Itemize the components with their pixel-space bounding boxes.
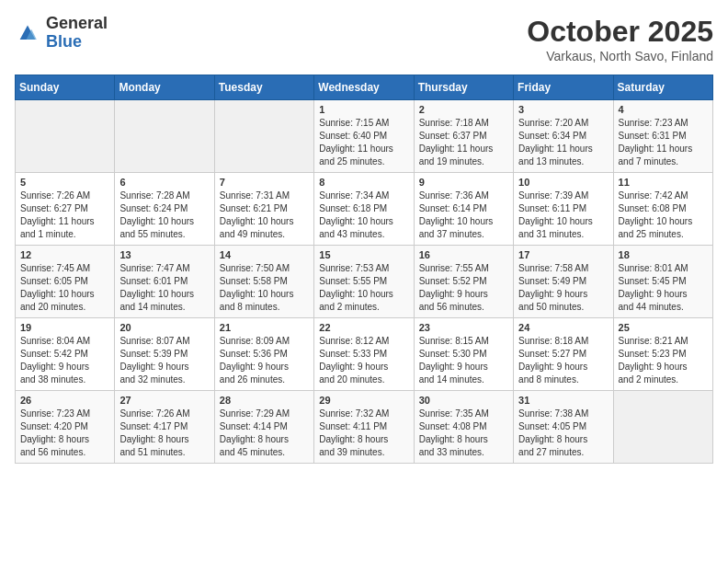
calendar-cell: 11Sunrise: 7:42 AM Sunset: 6:08 PM Dayli… <box>613 173 712 246</box>
day-info: Sunrise: 7:42 AM Sunset: 6:08 PM Dayligh… <box>619 190 708 241</box>
calendar-table: SundayMondayTuesdayWednesdayThursdayFrid… <box>15 75 713 464</box>
calendar-cell: 1Sunrise: 7:15 AM Sunset: 6:40 PM Daylig… <box>314 100 414 173</box>
day-number: 21 <box>220 322 309 333</box>
day-number: 6 <box>119 177 209 188</box>
day-info: Sunrise: 7:47 AM Sunset: 6:01 PM Dayligh… <box>119 262 209 314</box>
title-block: October 2025 Varkaus, North Savo, Finlan… <box>527 15 713 63</box>
calendar-week-row: 26Sunrise: 7:23 AM Sunset: 4:20 PM Dayli… <box>16 391 713 464</box>
day-number: 15 <box>319 249 408 260</box>
day-number: 12 <box>20 249 109 260</box>
day-number: 3 <box>518 104 608 115</box>
day-number: 27 <box>119 395 209 406</box>
day-info: Sunrise: 7:32 AM Sunset: 4:11 PM Dayligh… <box>319 408 408 459</box>
day-number: 23 <box>419 322 508 333</box>
calendar-cell: 23Sunrise: 8:15 AM Sunset: 5:30 PM Dayli… <box>414 318 513 391</box>
day-info: Sunrise: 7:20 AM Sunset: 6:34 PM Dayligh… <box>518 117 608 168</box>
day-info: Sunrise: 8:09 AM Sunset: 5:36 PM Dayligh… <box>220 335 309 386</box>
day-number: 13 <box>119 249 209 260</box>
calendar-cell: 15Sunrise: 7:53 AM Sunset: 5:55 PM Dayli… <box>314 246 414 318</box>
day-number: 2 <box>419 104 508 115</box>
calendar-cell: 14Sunrise: 7:50 AM Sunset: 5:58 PM Dayli… <box>214 246 313 318</box>
page-header: General Blue October 2025 Varkaus, North… <box>15 15 713 63</box>
day-info: Sunrise: 8:01 AM Sunset: 5:45 PM Dayligh… <box>619 262 708 314</box>
day-info: Sunrise: 7:31 AM Sunset: 6:21 PM Dayligh… <box>220 190 309 241</box>
day-info: Sunrise: 7:28 AM Sunset: 6:24 PM Dayligh… <box>119 190 209 241</box>
header-row: SundayMondayTuesdayWednesdayThursdayFrid… <box>16 75 713 100</box>
day-info: Sunrise: 7:26 AM Sunset: 4:17 PM Dayligh… <box>119 408 209 459</box>
header-sunday: Sunday <box>16 75 115 100</box>
calendar-cell: 24Sunrise: 8:18 AM Sunset: 5:27 PM Dayli… <box>514 318 613 391</box>
calendar-cell: 9Sunrise: 7:36 AM Sunset: 6:14 PM Daylig… <box>414 173 513 246</box>
day-info: Sunrise: 7:55 AM Sunset: 5:52 PM Dayligh… <box>419 262 508 314</box>
day-info: Sunrise: 7:23 AM Sunset: 4:20 PM Dayligh… <box>20 408 109 459</box>
calendar-cell: 12Sunrise: 7:45 AM Sunset: 6:05 PM Dayli… <box>16 246 115 318</box>
header-saturday: Saturday <box>613 75 712 100</box>
calendar-cell: 2Sunrise: 7:18 AM Sunset: 6:37 PM Daylig… <box>414 100 513 173</box>
day-info: Sunrise: 8:07 AM Sunset: 5:39 PM Dayligh… <box>119 335 209 386</box>
day-number: 26 <box>20 395 109 406</box>
header-tuesday: Tuesday <box>214 75 313 100</box>
day-number: 17 <box>518 249 608 260</box>
calendar-cell: 28Sunrise: 7:29 AM Sunset: 4:14 PM Dayli… <box>214 391 313 464</box>
calendar-cell: 19Sunrise: 8:04 AM Sunset: 5:42 PM Dayli… <box>16 318 115 391</box>
day-info: Sunrise: 7:29 AM Sunset: 4:14 PM Dayligh… <box>220 408 309 459</box>
day-number: 5 <box>20 177 109 188</box>
calendar-week-row: 19Sunrise: 8:04 AM Sunset: 5:42 PM Dayli… <box>16 318 713 391</box>
day-info: Sunrise: 7:58 AM Sunset: 5:49 PM Dayligh… <box>518 262 608 314</box>
day-number: 25 <box>619 322 708 333</box>
calendar-cell <box>115 100 214 173</box>
calendar-week-row: 5Sunrise: 7:26 AM Sunset: 6:27 PM Daylig… <box>16 173 713 246</box>
day-info: Sunrise: 8:21 AM Sunset: 5:23 PM Dayligh… <box>619 335 708 386</box>
day-number: 16 <box>419 249 508 260</box>
day-number: 11 <box>619 177 708 188</box>
day-info: Sunrise: 8:18 AM Sunset: 5:27 PM Dayligh… <box>518 335 608 386</box>
day-info: Sunrise: 7:45 AM Sunset: 6:05 PM Dayligh… <box>20 262 109 314</box>
day-number: 29 <box>319 395 408 406</box>
day-number: 8 <box>319 177 408 188</box>
calendar-header: SundayMondayTuesdayWednesdayThursdayFrid… <box>16 75 713 100</box>
header-friday: Friday <box>514 75 613 100</box>
day-number: 20 <box>119 322 209 333</box>
month-title: October 2025 <box>527 15 713 49</box>
day-info: Sunrise: 7:50 AM Sunset: 5:58 PM Dayligh… <box>220 262 309 314</box>
header-wednesday: Wednesday <box>314 75 414 100</box>
header-thursday: Thursday <box>414 75 513 100</box>
day-number: 28 <box>220 395 309 406</box>
day-number: 4 <box>619 104 708 115</box>
day-number: 30 <box>419 395 508 406</box>
calendar-cell: 16Sunrise: 7:55 AM Sunset: 5:52 PM Dayli… <box>414 246 513 318</box>
calendar-week-row: 1Sunrise: 7:15 AM Sunset: 6:40 PM Daylig… <box>16 100 713 173</box>
calendar-cell: 31Sunrise: 7:38 AM Sunset: 4:05 PM Dayli… <box>514 391 613 464</box>
day-info: Sunrise: 7:36 AM Sunset: 6:14 PM Dayligh… <box>419 190 508 241</box>
logo-icon <box>15 20 40 46</box>
calendar-cell: 30Sunrise: 7:35 AM Sunset: 4:08 PM Dayli… <box>414 391 513 464</box>
calendar-cell: 21Sunrise: 8:09 AM Sunset: 5:36 PM Dayli… <box>214 318 313 391</box>
day-info: Sunrise: 7:38 AM Sunset: 4:05 PM Dayligh… <box>518 408 608 459</box>
day-number: 31 <box>518 395 608 406</box>
day-number: 10 <box>518 177 608 188</box>
calendar-cell: 18Sunrise: 8:01 AM Sunset: 5:45 PM Dayli… <box>613 246 712 318</box>
day-number: 14 <box>220 249 309 260</box>
calendar-cell: 4Sunrise: 7:23 AM Sunset: 6:31 PM Daylig… <box>613 100 712 173</box>
calendar-cell: 6Sunrise: 7:28 AM Sunset: 6:24 PM Daylig… <box>115 173 214 246</box>
header-monday: Monday <box>115 75 214 100</box>
day-info: Sunrise: 8:15 AM Sunset: 5:30 PM Dayligh… <box>419 335 508 386</box>
day-number: 18 <box>619 249 708 260</box>
calendar-body: 1Sunrise: 7:15 AM Sunset: 6:40 PM Daylig… <box>16 100 713 464</box>
location: Varkaus, North Savo, Finland <box>527 49 713 63</box>
day-number: 19 <box>20 322 109 333</box>
day-number: 24 <box>518 322 608 333</box>
calendar-cell: 26Sunrise: 7:23 AM Sunset: 4:20 PM Dayli… <box>16 391 115 464</box>
day-info: Sunrise: 7:34 AM Sunset: 6:18 PM Dayligh… <box>319 190 408 241</box>
calendar-cell <box>613 391 712 464</box>
calendar-week-row: 12Sunrise: 7:45 AM Sunset: 6:05 PM Dayli… <box>16 246 713 318</box>
day-info: Sunrise: 8:04 AM Sunset: 5:42 PM Dayligh… <box>20 335 109 386</box>
day-number: 9 <box>419 177 508 188</box>
calendar-cell: 5Sunrise: 7:26 AM Sunset: 6:27 PM Daylig… <box>16 173 115 246</box>
calendar-cell: 22Sunrise: 8:12 AM Sunset: 5:33 PM Dayli… <box>314 318 414 391</box>
day-number: 1 <box>319 104 408 115</box>
calendar-cell <box>214 100 313 173</box>
day-info: Sunrise: 7:15 AM Sunset: 6:40 PM Dayligh… <box>319 117 408 168</box>
day-number: 7 <box>220 177 309 188</box>
day-info: Sunrise: 7:39 AM Sunset: 6:11 PM Dayligh… <box>518 190 608 241</box>
